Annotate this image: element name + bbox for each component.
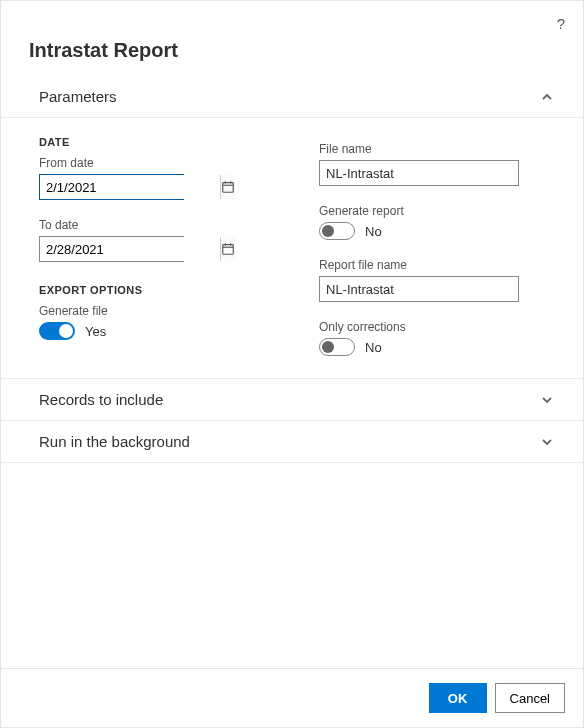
from-date-field[interactable] xyxy=(39,174,184,200)
section-body-parameters: DATE From date To date EX xyxy=(1,118,583,379)
file-name-input[interactable] xyxy=(319,160,519,186)
dialog-footer: OK Cancel xyxy=(1,668,583,727)
from-date-input[interactable] xyxy=(40,175,220,199)
parameters-right-column: File name Generate report No Report file… xyxy=(319,136,555,356)
generate-report-toggle-text: No xyxy=(365,224,382,239)
file-name-label: File name xyxy=(319,142,555,156)
svg-rect-4 xyxy=(223,245,234,255)
dialog-title: Intrastat Report xyxy=(1,1,583,76)
generate-report-label: Generate report xyxy=(319,204,555,218)
calendar-icon[interactable] xyxy=(220,237,235,261)
help-icon[interactable]: ? xyxy=(557,15,565,32)
to-date-input[interactable] xyxy=(40,237,220,261)
chevron-down-icon xyxy=(539,392,555,408)
section-header-background[interactable]: Run in the background xyxy=(1,421,583,463)
generate-file-label: Generate file xyxy=(39,304,275,318)
only-corrections-toggle-text: No xyxy=(365,340,382,355)
report-file-name-input[interactable] xyxy=(319,276,519,302)
group-label-export: EXPORT OPTIONS xyxy=(39,284,275,296)
dialog: ? Intrastat Report Parameters DATE From … xyxy=(0,0,584,728)
group-label-date: DATE xyxy=(39,136,275,148)
chevron-up-icon xyxy=(539,89,555,105)
section-title-records: Records to include xyxy=(39,391,163,408)
generate-file-toggle-row: Yes xyxy=(39,322,275,340)
generate-file-toggle-text: Yes xyxy=(85,324,106,339)
section-title-parameters: Parameters xyxy=(39,88,117,105)
to-date-field[interactable] xyxy=(39,236,184,262)
report-file-name-label: Report file name xyxy=(319,258,555,272)
chevron-down-icon xyxy=(539,434,555,450)
from-date-label: From date xyxy=(39,156,275,170)
calendar-icon[interactable] xyxy=(220,175,235,199)
only-corrections-toggle-row: No xyxy=(319,338,555,356)
generate-file-toggle[interactable] xyxy=(39,322,75,340)
section-title-background: Run in the background xyxy=(39,433,190,450)
only-corrections-toggle[interactable] xyxy=(319,338,355,356)
to-date-label: To date xyxy=(39,218,275,232)
ok-button[interactable]: OK xyxy=(429,683,487,713)
section-header-records[interactable]: Records to include xyxy=(1,379,583,421)
parameters-left-column: DATE From date To date EX xyxy=(39,136,275,356)
generate-report-toggle-row: No xyxy=(319,222,555,240)
svg-rect-0 xyxy=(223,183,234,193)
only-corrections-label: Only corrections xyxy=(319,320,555,334)
cancel-button[interactable]: Cancel xyxy=(495,683,565,713)
generate-report-toggle[interactable] xyxy=(319,222,355,240)
dialog-content: Parameters DATE From date To date xyxy=(1,76,583,668)
section-header-parameters[interactable]: Parameters xyxy=(1,76,583,118)
